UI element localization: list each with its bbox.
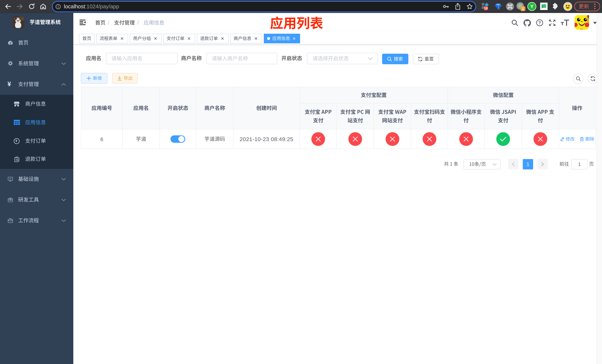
- svg-text:?: ?: [538, 20, 541, 25]
- svg-text:1: 1: [522, 7, 524, 11]
- svg-text:10: 10: [484, 6, 488, 10]
- svg-text:Y: Y: [530, 4, 534, 9]
